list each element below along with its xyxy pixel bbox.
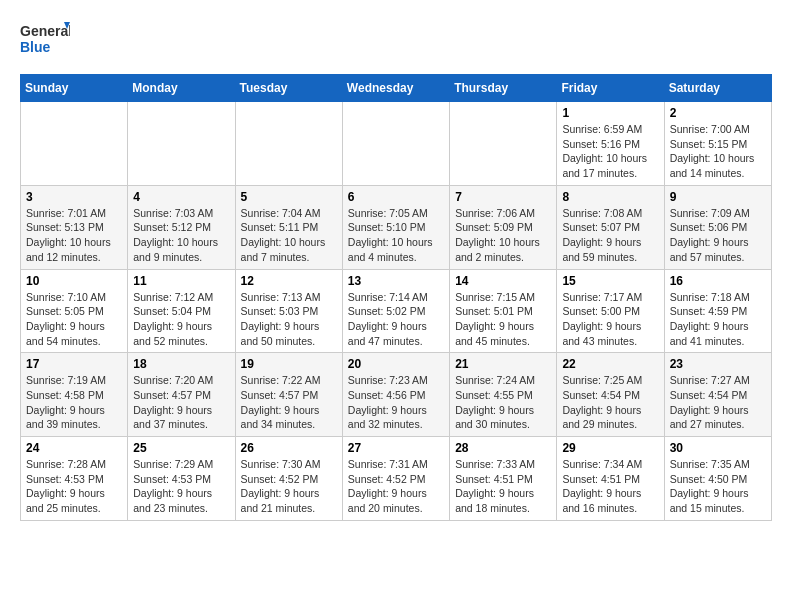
weekday-header-tuesday: Tuesday [235,75,342,102]
day-info: Sunrise: 7:34 AM Sunset: 4:51 PM Dayligh… [562,457,658,516]
day-number: 7 [455,190,551,204]
weekday-header-wednesday: Wednesday [342,75,449,102]
calendar-cell: 20Sunrise: 7:23 AM Sunset: 4:56 PM Dayli… [342,353,449,437]
weekday-header-sunday: Sunday [21,75,128,102]
calendar-cell [235,102,342,186]
calendar-cell: 13Sunrise: 7:14 AM Sunset: 5:02 PM Dayli… [342,269,449,353]
day-info: Sunrise: 7:03 AM Sunset: 5:12 PM Dayligh… [133,206,229,265]
day-info: Sunrise: 7:20 AM Sunset: 4:57 PM Dayligh… [133,373,229,432]
calendar-cell: 1Sunrise: 6:59 AM Sunset: 5:16 PM Daylig… [557,102,664,186]
calendar-cell: 29Sunrise: 7:34 AM Sunset: 4:51 PM Dayli… [557,437,664,521]
day-info: Sunrise: 7:27 AM Sunset: 4:54 PM Dayligh… [670,373,766,432]
day-number: 15 [562,274,658,288]
calendar-cell: 14Sunrise: 7:15 AM Sunset: 5:01 PM Dayli… [450,269,557,353]
calendar-cell [450,102,557,186]
day-info: Sunrise: 7:04 AM Sunset: 5:11 PM Dayligh… [241,206,337,265]
calendar-cell: 30Sunrise: 7:35 AM Sunset: 4:50 PM Dayli… [664,437,771,521]
day-info: Sunrise: 6:59 AM Sunset: 5:16 PM Dayligh… [562,122,658,181]
day-number: 28 [455,441,551,455]
day-info: Sunrise: 7:09 AM Sunset: 5:06 PM Dayligh… [670,206,766,265]
week-row-5: 24Sunrise: 7:28 AM Sunset: 4:53 PM Dayli… [21,437,772,521]
day-info: Sunrise: 7:23 AM Sunset: 4:56 PM Dayligh… [348,373,444,432]
day-number: 24 [26,441,122,455]
day-number: 30 [670,441,766,455]
logo: General Blue [20,20,70,64]
day-info: Sunrise: 7:33 AM Sunset: 4:51 PM Dayligh… [455,457,551,516]
day-info: Sunrise: 7:15 AM Sunset: 5:01 PM Dayligh… [455,290,551,349]
day-info: Sunrise: 7:35 AM Sunset: 4:50 PM Dayligh… [670,457,766,516]
day-number: 8 [562,190,658,204]
calendar-cell: 23Sunrise: 7:27 AM Sunset: 4:54 PM Dayli… [664,353,771,437]
day-info: Sunrise: 7:06 AM Sunset: 5:09 PM Dayligh… [455,206,551,265]
calendar-cell: 11Sunrise: 7:12 AM Sunset: 5:04 PM Dayli… [128,269,235,353]
day-number: 22 [562,357,658,371]
calendar-cell: 27Sunrise: 7:31 AM Sunset: 4:52 PM Dayli… [342,437,449,521]
day-number: 19 [241,357,337,371]
day-number: 6 [348,190,444,204]
day-number: 12 [241,274,337,288]
day-number: 18 [133,357,229,371]
day-info: Sunrise: 7:08 AM Sunset: 5:07 PM Dayligh… [562,206,658,265]
logo-svg: General Blue [20,20,70,64]
day-info: Sunrise: 7:14 AM Sunset: 5:02 PM Dayligh… [348,290,444,349]
page-header: General Blue [20,20,772,64]
calendar-cell: 19Sunrise: 7:22 AM Sunset: 4:57 PM Dayli… [235,353,342,437]
calendar-cell: 28Sunrise: 7:33 AM Sunset: 4:51 PM Dayli… [450,437,557,521]
day-info: Sunrise: 7:28 AM Sunset: 4:53 PM Dayligh… [26,457,122,516]
day-number: 27 [348,441,444,455]
calendar-cell: 8Sunrise: 7:08 AM Sunset: 5:07 PM Daylig… [557,185,664,269]
day-info: Sunrise: 7:25 AM Sunset: 4:54 PM Dayligh… [562,373,658,432]
day-info: Sunrise: 7:31 AM Sunset: 4:52 PM Dayligh… [348,457,444,516]
calendar-cell [21,102,128,186]
day-number: 14 [455,274,551,288]
day-number: 9 [670,190,766,204]
weekday-header-thursday: Thursday [450,75,557,102]
day-number: 21 [455,357,551,371]
day-number: 25 [133,441,229,455]
week-row-3: 10Sunrise: 7:10 AM Sunset: 5:05 PM Dayli… [21,269,772,353]
day-info: Sunrise: 7:30 AM Sunset: 4:52 PM Dayligh… [241,457,337,516]
calendar-cell: 4Sunrise: 7:03 AM Sunset: 5:12 PM Daylig… [128,185,235,269]
day-number: 23 [670,357,766,371]
calendar-cell: 12Sunrise: 7:13 AM Sunset: 5:03 PM Dayli… [235,269,342,353]
day-number: 26 [241,441,337,455]
calendar-cell: 9Sunrise: 7:09 AM Sunset: 5:06 PM Daylig… [664,185,771,269]
day-info: Sunrise: 7:13 AM Sunset: 5:03 PM Dayligh… [241,290,337,349]
week-row-2: 3Sunrise: 7:01 AM Sunset: 5:13 PM Daylig… [21,185,772,269]
day-number: 17 [26,357,122,371]
day-number: 13 [348,274,444,288]
weekday-header-saturday: Saturday [664,75,771,102]
day-info: Sunrise: 7:19 AM Sunset: 4:58 PM Dayligh… [26,373,122,432]
calendar-cell: 24Sunrise: 7:28 AM Sunset: 4:53 PM Dayli… [21,437,128,521]
day-number: 1 [562,106,658,120]
calendar-cell: 5Sunrise: 7:04 AM Sunset: 5:11 PM Daylig… [235,185,342,269]
calendar-table: SundayMondayTuesdayWednesdayThursdayFrid… [20,74,772,521]
calendar-cell: 25Sunrise: 7:29 AM Sunset: 4:53 PM Dayli… [128,437,235,521]
day-number: 2 [670,106,766,120]
day-info: Sunrise: 7:29 AM Sunset: 4:53 PM Dayligh… [133,457,229,516]
calendar-cell: 18Sunrise: 7:20 AM Sunset: 4:57 PM Dayli… [128,353,235,437]
day-number: 5 [241,190,337,204]
calendar-cell: 17Sunrise: 7:19 AM Sunset: 4:58 PM Dayli… [21,353,128,437]
day-number: 4 [133,190,229,204]
weekday-header-monday: Monday [128,75,235,102]
calendar-cell: 26Sunrise: 7:30 AM Sunset: 4:52 PM Dayli… [235,437,342,521]
day-info: Sunrise: 7:17 AM Sunset: 5:00 PM Dayligh… [562,290,658,349]
calendar-cell: 10Sunrise: 7:10 AM Sunset: 5:05 PM Dayli… [21,269,128,353]
day-info: Sunrise: 7:05 AM Sunset: 5:10 PM Dayligh… [348,206,444,265]
day-number: 10 [26,274,122,288]
day-info: Sunrise: 7:00 AM Sunset: 5:15 PM Dayligh… [670,122,766,181]
day-number: 3 [26,190,122,204]
day-info: Sunrise: 7:22 AM Sunset: 4:57 PM Dayligh… [241,373,337,432]
day-info: Sunrise: 7:18 AM Sunset: 4:59 PM Dayligh… [670,290,766,349]
calendar-cell: 15Sunrise: 7:17 AM Sunset: 5:00 PM Dayli… [557,269,664,353]
calendar-cell: 7Sunrise: 7:06 AM Sunset: 5:09 PM Daylig… [450,185,557,269]
calendar-cell: 3Sunrise: 7:01 AM Sunset: 5:13 PM Daylig… [21,185,128,269]
calendar-cell: 22Sunrise: 7:25 AM Sunset: 4:54 PM Dayli… [557,353,664,437]
calendar-cell: 6Sunrise: 7:05 AM Sunset: 5:10 PM Daylig… [342,185,449,269]
svg-text:General: General [20,23,70,39]
calendar-cell [342,102,449,186]
day-number: 16 [670,274,766,288]
weekday-header-row: SundayMondayTuesdayWednesdayThursdayFrid… [21,75,772,102]
week-row-1: 1Sunrise: 6:59 AM Sunset: 5:16 PM Daylig… [21,102,772,186]
